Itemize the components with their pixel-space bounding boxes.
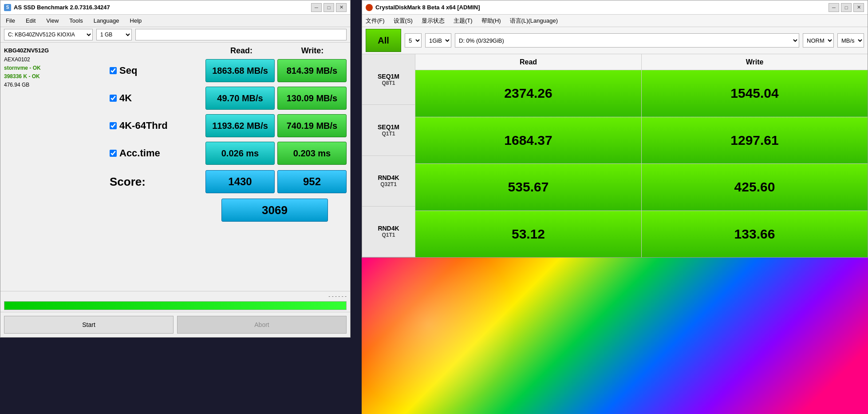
cdm-minimize-button[interactable]: ─ [829, 3, 839, 12]
sectors-status: 398336 K - OK [4, 72, 106, 81]
table-row: Seq 1863.68 MB/s 814.39 MB/s [110, 58, 347, 83]
cdm-title: CrystalDiskMark 8 Beta 4 x64 [ADMIN] [375, 4, 480, 11]
score-section: Score: 1430 952 [110, 170, 347, 193]
as-ssd-titlebar: S AS SSD Benchmark 2.0.7316.34247 ─ □ ✕ [0, 0, 350, 15]
cdm-window: CrystalDiskMark 8 Beta 4 x64 [ADMIN] ─ □… [362, 0, 868, 258]
table-row: 4K 49.70 MB/s 130.09 MB/s [110, 86, 347, 111]
seq1m-q1t1-write: 1297.61 [642, 117, 868, 164]
4k-read-value: 49.70 MB/s [205, 87, 275, 110]
cdm-menu-theme[interactable]: 主题(T) [454, 17, 473, 25]
cdm-menu-help[interactable]: 帮助(H) [481, 17, 501, 25]
4k-checkbox[interactable] [110, 95, 117, 102]
cdm-titlebar: CrystalDiskMark 8 Beta 4 x64 [ADMIN] ─ □… [362, 0, 868, 15]
as-ssd-controls: ─ □ ✕ [311, 3, 347, 12]
menu-file[interactable]: File [4, 16, 17, 25]
desktop-background [362, 258, 868, 414]
read-header: Read: [207, 46, 276, 56]
drive-name: KBG40ZNV512G [4, 46, 106, 56]
table-row: 4K-64Thrd 1193.62 MB/s 740.19 MB/s [110, 113, 347, 138]
size-select[interactable]: 1 GB [96, 29, 132, 40]
write-header: Write: [278, 46, 347, 56]
4k64-checkbox[interactable] [110, 122, 117, 129]
acctime-read-value: 0.026 ms [205, 142, 275, 165]
drive-info: KBG40ZNV512G AEXA0102 stornvme - OK 3983… [4, 46, 106, 287]
cdm-toolbar: All 5 1GiB D: 0% (0/329GiB) NORM MB/s [362, 27, 868, 54]
rnd4k-q32t1-read: 535.67 [415, 164, 642, 211]
cdm-controls: ─ □ ✕ [829, 3, 864, 12]
as-ssd-title: AS SSD Benchmark 2.0.7316.34247 [14, 4, 110, 11]
progressbar-area: - - - - - - [0, 291, 350, 312]
table-row: 1684.37 1297.61 [415, 117, 868, 164]
as-ssd-main: KBG40ZNV512G AEXA0102 stornvme - OK 3983… [0, 43, 350, 291]
cdm-maximize-button[interactable]: □ [841, 3, 852, 12]
extra-box [135, 29, 347, 40]
as-ssd-titlebar-left: S AS SSD Benchmark 2.0.7316.34247 [4, 4, 110, 11]
rnd4k-q1t1-write: 133.66 [642, 211, 868, 258]
cdm-mode-select[interactable]: NORM [803, 33, 834, 48]
4k-label: 4K [110, 92, 203, 104]
seq-checkbox[interactable] [110, 67, 117, 74]
as-ssd-icon: S [4, 4, 11, 11]
cdm-data: Read Write 2374.26 1545.04 1684.37 1297.… [415, 54, 868, 257]
acctime-checkbox[interactable] [110, 150, 117, 157]
cdm-write-header: Write [642, 54, 868, 70]
cdm-main: SEQ1M Q8T1 SEQ1M Q1T1 RND4K Q32T1 RND4K … [362, 54, 868, 257]
bottom-buttons: Start Abort [0, 312, 350, 337]
cdm-menu-display[interactable]: 显示状态 [422, 17, 445, 25]
cdm-menu-file[interactable]: 文件(F) [366, 17, 385, 25]
menu-edit[interactable]: Edit [24, 16, 37, 25]
4k64-read-value: 1193.62 MB/s [205, 114, 275, 137]
cdm-label-rnd4k-q32t1: RND4K Q32T1 [362, 156, 415, 207]
4k64-label: 4K-64Thrd [110, 120, 203, 131]
table-row: Acc.time 0.026 ms 0.203 ms [110, 141, 347, 166]
close-button[interactable]: ✕ [336, 3, 347, 12]
cdm-label-seq1m-q8t1: SEQ1M Q8T1 [362, 54, 415, 105]
menu-language[interactable]: Language [92, 16, 121, 25]
progress-fill [4, 302, 346, 310]
cdm-drive-select[interactable]: D: 0% (0/329GiB) [455, 33, 799, 48]
seq-write-value: 814.39 MB/s [277, 59, 347, 82]
acctime-write-value: 0.203 ms [277, 142, 347, 165]
start-button[interactable]: Start [4, 316, 174, 334]
seq1m-q8t1-read: 2374.26 [415, 70, 642, 117]
score-label: Score: [110, 175, 203, 189]
menu-help[interactable]: Help [128, 16, 144, 25]
driver-status: stornvme - OK [4, 64, 106, 72]
abort-button[interactable]: Abort [177, 316, 347, 334]
as-ssd-window: S AS SSD Benchmark 2.0.7316.34247 ─ □ ✕ … [0, 0, 351, 338]
4k-write-value: 130.09 MB/s [277, 87, 347, 110]
rnd4k-q1t1-read: 53.12 [415, 211, 642, 258]
table-row: 53.12 133.66 [415, 211, 868, 258]
cdm-label-rnd4k-q1t1: RND4K Q1T1 [362, 207, 415, 257]
progress-text: - - - - - - [4, 293, 347, 300]
cdm-icon [366, 4, 373, 11]
minimize-button[interactable]: ─ [311, 3, 322, 12]
menu-view[interactable]: View [44, 16, 60, 25]
cdm-data-rows: 2374.26 1545.04 1684.37 1297.61 535.67 4… [415, 70, 868, 257]
maximize-button[interactable]: □ [324, 3, 334, 12]
cdm-close-button[interactable]: ✕ [853, 3, 864, 12]
cdm-menu-language[interactable]: 语言(L)(Language) [510, 17, 558, 25]
cdm-count-select[interactable]: 5 [405, 33, 422, 48]
as-ssd-menubar: File Edit View Tools Language Help [0, 15, 350, 27]
bench-col-headers: Read: Write: [110, 46, 347, 56]
cdm-all-button[interactable]: All [366, 29, 401, 52]
menu-tools[interactable]: Tools [67, 16, 84, 25]
seq-label: Seq [110, 65, 203, 76]
score-read: 1430 [205, 170, 275, 193]
cdm-size-select[interactable]: 1GiB [425, 33, 451, 48]
progress-bar [4, 301, 347, 310]
bench-table: Read: Write: Seq 1863.68 MB/s 814.39 MB/… [110, 46, 347, 287]
score-total-row: 3069 [110, 199, 347, 222]
drive-select[interactable]: C: KBG40ZNV512G KIOXIA [4, 29, 93, 40]
4k64-write-value: 740.19 MB/s [277, 114, 347, 137]
score-write: 952 [277, 170, 347, 193]
table-row: 535.67 425.60 [415, 164, 868, 211]
cdm-row-labels: SEQ1M Q8T1 SEQ1M Q1T1 RND4K Q32T1 RND4K … [362, 54, 415, 257]
cdm-titlebar-left: CrystalDiskMark 8 Beta 4 x64 [ADMIN] [366, 4, 480, 11]
cdm-menu-settings[interactable]: 设置(S) [394, 17, 413, 25]
drive-model: AEXA0102 [4, 56, 106, 64]
cdm-label-seq1m-q1t1: SEQ1M Q1T1 [362, 105, 415, 155]
as-ssd-toolbar: C: KBG40ZNV512G KIOXIA 1 GB [0, 27, 350, 43]
cdm-unit-select[interactable]: MB/s [837, 33, 864, 48]
